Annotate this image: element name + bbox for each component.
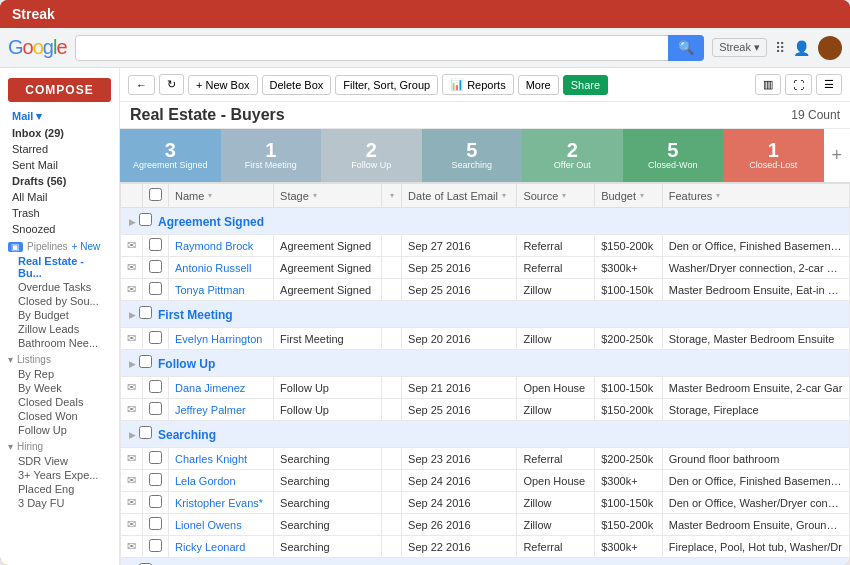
table-row[interactable]: ✉ Lela Gordon Searching Sep 24 2016 Open… xyxy=(121,470,850,492)
section-header-follow-up[interactable]: ▸Follow Up xyxy=(121,350,850,377)
col-header-4[interactable]: ▾ xyxy=(382,184,402,208)
row-checkbox-cell[interactable] xyxy=(143,399,169,421)
stage-s3[interactable]: 2Follow Up xyxy=(321,129,422,182)
row-checkbox[interactable] xyxy=(149,451,162,464)
sidebar-sub-bathroom[interactable]: Bathroom Nee... xyxy=(0,336,119,350)
section-checkbox[interactable] xyxy=(139,355,152,368)
sidebar-item-starred[interactable]: Starred xyxy=(0,141,119,157)
reports-button[interactable]: 📊 Reports xyxy=(442,74,514,95)
sidebar-item-snoozed[interactable]: Snoozed xyxy=(0,221,119,237)
sidebar-sub-3years[interactable]: 3+ Years Expe... xyxy=(0,468,119,482)
row-checkbox[interactable] xyxy=(149,539,162,552)
row-expand[interactable]: ✉ xyxy=(121,399,143,421)
view-icon-1[interactable]: ▥ xyxy=(755,74,781,95)
streak-badge[interactable]: Streak ▾ xyxy=(712,38,767,57)
row-checkbox-cell[interactable] xyxy=(143,377,169,399)
row-expand[interactable]: ✉ xyxy=(121,377,143,399)
share-button[interactable]: Share xyxy=(563,75,608,95)
sidebar-sub-by-week[interactable]: By Week xyxy=(0,381,119,395)
row-expand[interactable]: ✉ xyxy=(121,328,143,350)
grid-icon[interactable]: ⠿ xyxy=(775,40,785,56)
back-button[interactable]: ← xyxy=(128,75,155,95)
sidebar-sub-zillow[interactable]: Zillow Leads xyxy=(0,322,119,336)
refresh-button[interactable]: ↻ xyxy=(159,74,184,95)
row-checkbox[interactable] xyxy=(149,238,162,251)
section-checkbox[interactable] xyxy=(139,306,152,319)
section-header-agreement-signed[interactable]: ▸Agreement Signed xyxy=(121,208,850,235)
table-row[interactable]: ✉ Jeffrey Palmer Follow Up Sep 25 2016 Z… xyxy=(121,399,850,421)
sidebar-sub-closed-deals[interactable]: Closed Deals xyxy=(0,395,119,409)
sidebar-item-trash[interactable]: Trash xyxy=(0,205,119,221)
stage-s1[interactable]: 3Agreement Signed xyxy=(120,129,221,182)
row-checkbox[interactable] xyxy=(149,402,162,415)
row-checkbox-cell[interactable] xyxy=(143,492,169,514)
row-checkbox-cell[interactable] xyxy=(143,235,169,257)
table-row[interactable]: ✉ Lionel Owens Searching Sep 26 2016 Zil… xyxy=(121,514,850,536)
row-checkbox[interactable] xyxy=(149,260,162,273)
table-row[interactable]: ✉ Ricky Leonard Searching Sep 22 2016 Re… xyxy=(121,536,850,558)
row-checkbox-cell[interactable] xyxy=(143,448,169,470)
row-checkbox[interactable] xyxy=(149,282,162,295)
row-expand[interactable]: ✉ xyxy=(121,257,143,279)
section-checkbox[interactable] xyxy=(139,213,152,226)
col-header-2[interactable]: Name▾ xyxy=(169,184,274,208)
row-checkbox[interactable] xyxy=(149,517,162,530)
row-checkbox-cell[interactable] xyxy=(143,470,169,492)
sidebar-item-sent[interactable]: Sent Mail xyxy=(0,157,119,173)
table-row[interactable]: ✉ Raymond Brock Agreement Signed Sep 27 … xyxy=(121,235,850,257)
data-table-container[interactable]: Name▾Stage▾▾Date of Last Email▾Source▾Bu… xyxy=(120,183,850,565)
row-checkbox[interactable] xyxy=(149,331,162,344)
row-expand[interactable]: ✉ xyxy=(121,279,143,301)
stage-s5[interactable]: 2Offer Out xyxy=(522,129,623,182)
col-header-6[interactable]: Source▾ xyxy=(517,184,595,208)
row-expand[interactable]: ✉ xyxy=(121,536,143,558)
row-checkbox-cell[interactable] xyxy=(143,514,169,536)
sidebar-sub-overdue[interactable]: Overdue Tasks xyxy=(0,280,119,294)
search-button[interactable]: 🔍 xyxy=(668,35,704,61)
row-checkbox-cell[interactable] xyxy=(143,279,169,301)
sidebar-item-mail[interactable]: Mail ▾ xyxy=(0,108,119,125)
section-header-first-meeting[interactable]: ▸First Meeting xyxy=(121,301,850,328)
row-expand[interactable]: ✉ xyxy=(121,448,143,470)
table-row[interactable]: ✉ Charles Knight Searching Sep 23 2016 R… xyxy=(121,448,850,470)
select-all-checkbox[interactable] xyxy=(149,188,162,201)
stage-s6[interactable]: 5Closed-Won xyxy=(623,129,724,182)
sidebar-sub-placed-eng[interactable]: Placed Eng xyxy=(0,482,119,496)
col-header-8[interactable]: Features▾ xyxy=(662,184,849,208)
sidebar-sub-by-rep[interactable]: By Rep xyxy=(0,367,119,381)
sidebar-sub-sdr[interactable]: SDR View xyxy=(0,454,119,468)
user-icon[interactable]: 👤 xyxy=(793,40,810,56)
sidebar-sub-real-estate[interactable]: Real Estate - Bu... xyxy=(0,254,119,280)
new-pipeline-button[interactable]: + New xyxy=(72,241,101,252)
table-row[interactable]: ✉ Antonio Russell Agreement Signed Sep 2… xyxy=(121,257,850,279)
sidebar-sub-3day-fu[interactable]: 3 Day FU xyxy=(0,496,119,510)
more-button[interactable]: More xyxy=(518,75,559,95)
sidebar-item-drafts[interactable]: Drafts (56) xyxy=(0,173,119,189)
sidebar-sub-follow-up[interactable]: Follow Up xyxy=(0,423,119,437)
filter-button[interactable]: Filter, Sort, Group xyxy=(335,75,438,95)
col-header-7[interactable]: Budget▾ xyxy=(595,184,663,208)
view-icon-3[interactable]: ☰ xyxy=(816,74,842,95)
row-expand[interactable]: ✉ xyxy=(121,470,143,492)
stage-s7[interactable]: 1Closed-Lost xyxy=(723,129,824,182)
row-expand[interactable]: ✉ xyxy=(121,492,143,514)
col-header-5[interactable]: Date of Last Email▾ xyxy=(402,184,517,208)
new-box-button[interactable]: + New Box xyxy=(188,75,258,95)
row-checkbox[interactable] xyxy=(149,495,162,508)
avatar-icon[interactable] xyxy=(818,36,842,60)
sidebar-sub-closed-won[interactable]: Closed Won xyxy=(0,409,119,423)
row-checkbox-cell[interactable] xyxy=(143,536,169,558)
delete-box-button[interactable]: Delete Box xyxy=(262,75,332,95)
row-checkbox-cell[interactable] xyxy=(143,257,169,279)
stage-s4[interactable]: 5Searching xyxy=(422,129,523,182)
row-expand[interactable]: ✉ xyxy=(121,235,143,257)
main-search-input[interactable] xyxy=(75,35,705,61)
row-expand[interactable]: ✉ xyxy=(121,514,143,536)
table-row[interactable]: ✉ Tonya Pittman Agreement Signed Sep 25 … xyxy=(121,279,850,301)
col-header-3[interactable]: Stage▾ xyxy=(274,184,382,208)
table-row[interactable]: ✉ Kristopher Evans* Searching Sep 24 201… xyxy=(121,492,850,514)
sidebar-sub-by-budget[interactable]: By Budget xyxy=(0,308,119,322)
sidebar-sub-closed-sou[interactable]: Closed by Sou... xyxy=(0,294,119,308)
compose-button[interactable]: COMPOSE xyxy=(8,78,111,102)
row-checkbox[interactable] xyxy=(149,380,162,393)
